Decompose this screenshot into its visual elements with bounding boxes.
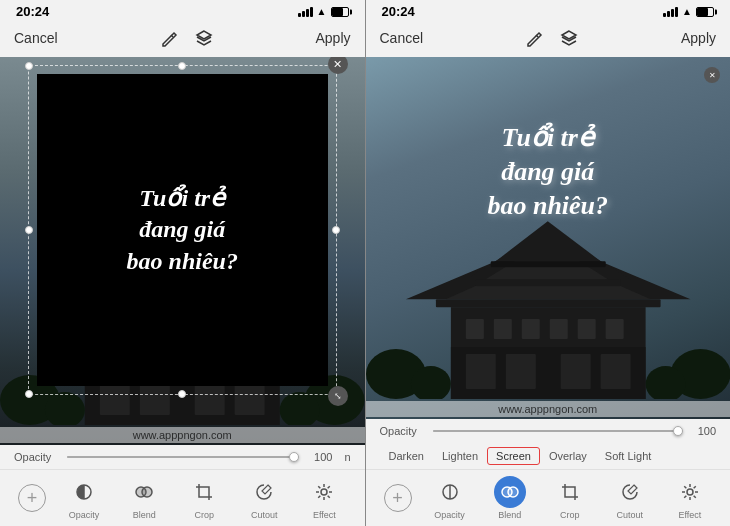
right-sticker-text: Tuổi trẻđang giábao nhiêu? <box>487 121 608 222</box>
left-tool-blend[interactable]: Blend <box>122 476 166 520</box>
right-apply-button[interactable]: Apply <box>681 30 716 46</box>
effect-icon <box>308 476 340 508</box>
right-erase-icon[interactable] <box>524 27 546 49</box>
right-opacity-row: Opacity 100 <box>366 419 731 443</box>
right-phone: 20:24 ▲ Cancel <box>366 0 731 526</box>
left-phone: 20:24 ▲ Cancel <box>0 0 365 526</box>
blend-mode-soft-light[interactable]: Soft Light <box>596 447 660 465</box>
right-image-area: Tuổi trẻđang giábao nhiêu? ✕ www.apppngo… <box>366 57 731 419</box>
right-opacity-slider[interactable] <box>433 430 684 432</box>
left-tool-opacity[interactable]: Opacity <box>62 476 106 520</box>
right-toolbar: Cancel Apply <box>366 23 731 57</box>
left-effect-tool-label: Effect <box>313 510 336 520</box>
left-cancel-button[interactable]: Cancel <box>14 30 58 46</box>
right-tool-effect[interactable]: Effect <box>668 476 712 520</box>
right-opacity-tool-label: Opacity <box>434 510 465 520</box>
svg-rect-31 <box>435 299 660 307</box>
handle-top-center[interactable] <box>178 62 186 70</box>
left-tool-effect[interactable]: Effect <box>302 476 346 520</box>
left-tool-crop[interactable]: Crop <box>182 476 226 520</box>
battery-icon <box>331 7 349 17</box>
right-blend-tool-label: Blend <box>498 510 521 520</box>
svg-point-27 <box>142 487 152 497</box>
right-tool-crop[interactable]: Crop <box>548 476 592 520</box>
right-battery-icon <box>696 7 714 17</box>
blend-mode-screen[interactable]: Screen <box>487 447 540 465</box>
left-crop-tool-label: Crop <box>195 510 215 520</box>
svg-rect-45 <box>465 354 495 389</box>
svg-rect-40 <box>521 319 539 339</box>
right-blend-icon <box>494 476 526 508</box>
svg-rect-41 <box>549 319 567 339</box>
sticker-selection-box: Tuổi trẻđang giábao nhiêu? ✕ ⤡ <box>28 65 337 395</box>
left-time: 20:24 <box>16 4 49 19</box>
sticker-inner: Tuổi trẻđang giábao nhiêu? <box>37 74 328 386</box>
svg-rect-48 <box>600 354 630 389</box>
right-opacity-value: 100 <box>691 425 716 437</box>
svg-rect-47 <box>560 354 590 389</box>
sticker-text-left: Tuổi trẻđang giábao nhiêu? <box>127 183 238 277</box>
right-cutout-icon <box>614 476 646 508</box>
left-blend-tool-label: Blend <box>133 510 156 520</box>
left-bottom-controls: Opacity 100 n + <box>0 445 365 526</box>
right-layers-icon[interactable] <box>558 27 580 49</box>
right-tool-opacity[interactable]: Opacity <box>428 476 472 520</box>
left-watermark: www.apppngon.com <box>0 427 365 443</box>
right-bottom-controls: Opacity 100 Darken Lighten Screen Overla… <box>366 419 731 526</box>
left-toolbar: Cancel Apply <box>0 23 365 57</box>
blend-mode-darken[interactable]: Darken <box>380 447 433 465</box>
right-cutout-tool-label: Cutout <box>617 510 644 520</box>
opacity-icon <box>68 476 100 508</box>
left-tools-row: + Opacity <box>0 469 365 526</box>
blend-mode-overlay[interactable]: Overlay <box>540 447 596 465</box>
right-crop-tool-label: Crop <box>560 510 580 520</box>
left-opacity-tool-label: Opacity <box>69 510 100 520</box>
add-button-left[interactable]: + <box>18 484 46 512</box>
layers-icon[interactable] <box>193 27 215 49</box>
right-blend-modes-row: Darken Lighten Screen Overlay Soft Light <box>366 443 731 469</box>
add-button-right[interactable]: + <box>384 484 412 512</box>
right-time: 20:24 <box>382 4 415 19</box>
left-opacity-row: Opacity 100 n <box>0 445 365 469</box>
signal-icon <box>298 7 313 17</box>
svg-rect-42 <box>577 319 595 339</box>
left-tool-cutout[interactable]: Cutout <box>242 476 286 520</box>
right-crop-icon <box>554 476 586 508</box>
svg-point-55 <box>508 487 518 497</box>
right-signal-icon <box>663 7 678 17</box>
resize-sticker-button[interactable]: ⤡ <box>328 386 348 406</box>
handle-mid-left[interactable] <box>25 226 33 234</box>
crop-icon <box>188 476 220 508</box>
right-sticker-options[interactable]: ✕ <box>704 67 720 83</box>
left-cutout-tool-label: Cutout <box>251 510 278 520</box>
left-apply-button[interactable]: Apply <box>315 30 350 46</box>
wifi-icon: ▲ <box>317 6 327 17</box>
svg-point-28 <box>321 489 327 495</box>
phone-divider <box>365 0 366 526</box>
right-tool-cutout[interactable]: Cutout <box>608 476 652 520</box>
cutout-icon <box>248 476 280 508</box>
right-opacity-label: Opacity <box>380 425 425 437</box>
svg-rect-46 <box>505 354 535 389</box>
left-image-area: Tuổi trẻđang giábao nhiêu? ✕ ⤡ www.apppn… <box>0 57 365 445</box>
right-tools-row: + Opacity <box>366 469 731 526</box>
handle-top-left[interactable] <box>25 62 33 70</box>
right-status-bar: 20:24 ▲ <box>366 0 731 23</box>
right-opacity-icon <box>434 476 466 508</box>
handle-mid-right[interactable] <box>332 226 340 234</box>
right-sticker-overlay: Tuổi trẻđang giábao nhiêu? <box>401 72 696 272</box>
left-blend-partial: n <box>344 451 350 463</box>
left-opacity-slider[interactable] <box>67 456 299 458</box>
right-cancel-button[interactable]: Cancel <box>380 30 424 46</box>
delete-sticker-button[interactable]: ✕ <box>328 57 348 74</box>
right-effect-tool-label: Effect <box>678 510 701 520</box>
right-wifi-icon: ▲ <box>682 6 692 17</box>
left-status-icons: ▲ <box>298 6 349 17</box>
right-tool-blend[interactable]: Blend <box>488 476 532 520</box>
erase-icon[interactable] <box>159 27 181 49</box>
blend-mode-lighten[interactable]: Lighten <box>433 447 487 465</box>
svg-point-56 <box>687 489 693 495</box>
handle-bottom-center[interactable] <box>178 390 186 398</box>
left-status-bar: 20:24 ▲ <box>0 0 365 23</box>
handle-bottom-left[interactable] <box>25 390 33 398</box>
